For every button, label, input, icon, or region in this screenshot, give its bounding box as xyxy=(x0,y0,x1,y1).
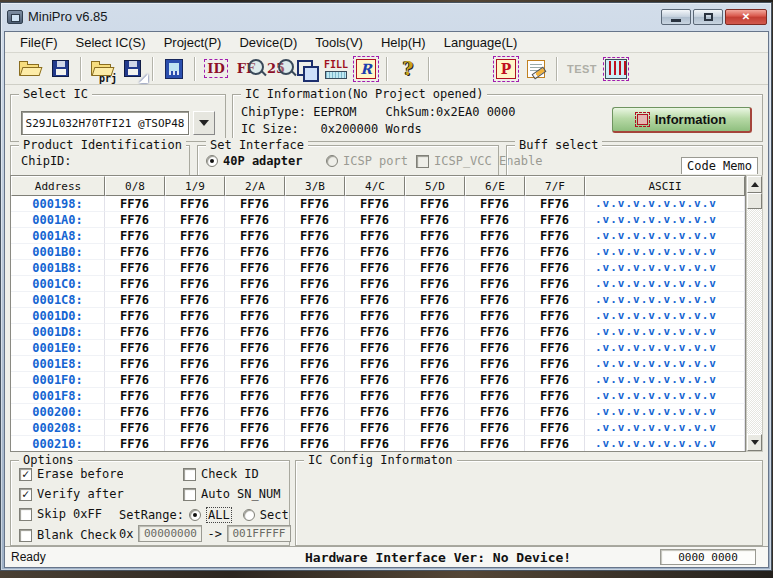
hex-value-cell[interactable]: FF76 xyxy=(285,196,345,212)
hex-value-cell[interactable]: FF76 xyxy=(345,356,405,372)
scrollbar-thumb[interactable] xyxy=(747,193,762,209)
hex-value-cell[interactable]: FF76 xyxy=(285,276,345,292)
hex-value-cell[interactable]: FF76 xyxy=(285,420,345,436)
hex-value-cell[interactable]: FF76 xyxy=(465,276,525,292)
radio-range-all[interactable] xyxy=(189,509,201,521)
hex-value-cell[interactable]: FF76 xyxy=(525,228,585,244)
hex-value-cell[interactable]: FF76 xyxy=(345,420,405,436)
hex-value-cell[interactable]: FF76 xyxy=(105,260,165,276)
hex-value-cell[interactable]: FF76 xyxy=(345,228,405,244)
hex-value-cell[interactable]: FF76 xyxy=(225,324,285,340)
range-all-label[interactable]: ALL xyxy=(206,507,232,523)
hex-value-cell[interactable]: FF76 xyxy=(525,324,585,340)
hex-value-cell[interactable]: FF76 xyxy=(165,372,225,388)
hex-value-cell[interactable]: FF76 xyxy=(225,356,285,372)
hex-value-cell[interactable]: FF76 xyxy=(225,308,285,324)
hex-value-cell[interactable]: FF76 xyxy=(165,276,225,292)
hex-value-cell[interactable]: FF76 xyxy=(105,212,165,228)
hex-value-cell[interactable]: FF76 xyxy=(345,212,405,228)
hex-value-cell[interactable]: FF76 xyxy=(225,276,285,292)
checkbox-skip-0xff[interactable]: Skip 0xFF xyxy=(19,507,102,521)
hex-value-cell[interactable]: FF76 xyxy=(465,292,525,308)
hex-value-cell[interactable]: FF76 xyxy=(345,244,405,260)
hex-value-cell[interactable]: FF76 xyxy=(405,388,465,404)
hex-value-cell[interactable]: FF76 xyxy=(165,212,225,228)
hex-value-cell[interactable]: FF76 xyxy=(225,292,285,308)
hex-value-cell[interactable]: FF76 xyxy=(465,196,525,212)
hex-value-cell[interactable]: FF76 xyxy=(285,212,345,228)
hex-value-cell[interactable]: FF76 xyxy=(285,356,345,372)
hex-value-cell[interactable]: FF76 xyxy=(525,196,585,212)
hex-value-cell[interactable]: FF76 xyxy=(465,308,525,324)
radio-icsp-port[interactable]: ICSP port xyxy=(326,154,408,168)
hex-value-cell[interactable]: FF76 xyxy=(165,420,225,436)
hex-value-cell[interactable]: FF76 xyxy=(105,420,165,436)
edit-buffer-button[interactable] xyxy=(521,56,551,82)
hex-value-cell[interactable]: FF76 xyxy=(225,244,285,260)
hex-value-cell[interactable]: FF76 xyxy=(225,436,285,452)
fill-ff-search-button[interactable]: FF xyxy=(231,56,261,82)
hex-value-cell[interactable]: FF76 xyxy=(345,324,405,340)
hex-value-cell[interactable]: FF76 xyxy=(165,228,225,244)
hex-value-cell[interactable]: FF76 xyxy=(405,228,465,244)
range-sect-label[interactable]: Sect xyxy=(260,508,289,522)
hex-value-cell[interactable]: FF76 xyxy=(285,292,345,308)
hex-value-cell[interactable]: FF76 xyxy=(165,324,225,340)
search-25-button[interactable]: 25 xyxy=(261,56,291,82)
hex-value-cell[interactable]: FF76 xyxy=(465,356,525,372)
hex-value-cell[interactable]: FF76 xyxy=(525,276,585,292)
hex-value-cell[interactable]: FF76 xyxy=(405,244,465,260)
hex-value-cell[interactable]: FF76 xyxy=(405,340,465,356)
hex-value-cell[interactable]: FF76 xyxy=(225,228,285,244)
hex-value-cell[interactable]: FF76 xyxy=(525,244,585,260)
hex-value-cell[interactable]: FF76 xyxy=(165,292,225,308)
hex-value-cell[interactable]: FF76 xyxy=(525,308,585,324)
pin-detect-button[interactable] xyxy=(601,56,631,82)
hex-value-cell[interactable]: FF76 xyxy=(465,340,525,356)
hex-value-cell[interactable]: FF76 xyxy=(345,388,405,404)
hex-value-cell[interactable]: FF76 xyxy=(225,196,285,212)
close-button[interactable]: ✕ xyxy=(725,9,767,25)
hex-value-cell[interactable]: FF76 xyxy=(405,212,465,228)
restore-button[interactable] xyxy=(693,9,723,25)
hex-value-cell[interactable]: FF76 xyxy=(105,388,165,404)
hex-value-cell[interactable]: FF76 xyxy=(285,388,345,404)
help-button[interactable]: ? xyxy=(393,56,423,82)
copy-buffer-button[interactable] xyxy=(291,56,321,82)
hex-value-cell[interactable]: FF76 xyxy=(105,196,165,212)
hex-value-cell[interactable]: FF76 xyxy=(525,372,585,388)
hex-value-cell[interactable]: FF76 xyxy=(165,260,225,276)
scrollbar-track[interactable] xyxy=(747,209,762,434)
save-project-button[interactable] xyxy=(117,56,147,82)
read-chip-button[interactable]: R xyxy=(351,56,381,82)
hex-value-cell[interactable]: FF76 xyxy=(345,436,405,452)
hex-value-cell[interactable]: FF76 xyxy=(105,436,165,452)
hex-value-cell[interactable]: FF76 xyxy=(405,196,465,212)
menu-item-tools[interactable]: Tools(V) xyxy=(306,33,372,52)
test-button[interactable]: TEST xyxy=(563,56,601,82)
hex-value-cell[interactable]: FF76 xyxy=(465,260,525,276)
hex-value-cell[interactable]: FF76 xyxy=(285,372,345,388)
checkbox-verify-after[interactable]: ✓ Verify after xyxy=(19,487,124,501)
menu-item-device[interactable]: Device(D) xyxy=(230,33,306,52)
tab-code-memo[interactable]: Code Memo xyxy=(681,157,758,174)
hex-value-cell[interactable]: FF76 xyxy=(465,372,525,388)
hex-value-cell[interactable]: FF76 xyxy=(225,372,285,388)
selected-ic-value[interactable]: S29JL032H70TFI21 @TSOP48 xyxy=(21,111,189,135)
program-chip-button[interactable]: P xyxy=(491,56,521,82)
hex-value-cell[interactable]: FF76 xyxy=(165,196,225,212)
hex-value-cell[interactable]: FF76 xyxy=(105,404,165,420)
menu-item-project[interactable]: Project(P) xyxy=(155,33,231,52)
hex-value-cell[interactable]: FF76 xyxy=(105,308,165,324)
range-to-input[interactable] xyxy=(227,525,291,542)
hex-value-cell[interactable]: FF76 xyxy=(465,244,525,260)
radio-40p-adapter[interactable]: 40P adapter xyxy=(206,154,302,168)
hex-value-cell[interactable]: FF76 xyxy=(225,260,285,276)
hex-value-cell[interactable]: FF76 xyxy=(105,292,165,308)
hex-value-cell[interactable]: FF76 xyxy=(405,308,465,324)
open-project-button[interactable]: prj xyxy=(87,56,117,82)
checkbox-blank-check[interactable]: Blank Check xyxy=(19,528,116,542)
hex-value-cell[interactable]: FF76 xyxy=(165,388,225,404)
hex-value-cell[interactable]: FF76 xyxy=(285,340,345,356)
hex-value-cell[interactable]: FF76 xyxy=(465,388,525,404)
